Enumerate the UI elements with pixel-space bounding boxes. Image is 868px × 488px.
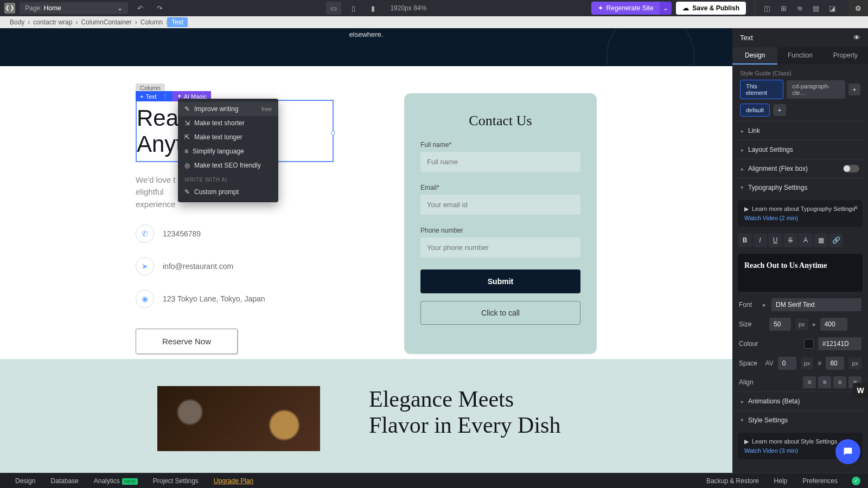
- visibility-icon[interactable]: 👁: [853, 34, 860, 42]
- acc-layout[interactable]: ▸Layout Settings: [735, 140, 866, 159]
- contact-address: ◉ 123 Tokyo Lane, Tokyo, Japan: [136, 290, 334, 308]
- highlight-button[interactable]: ▦: [814, 233, 828, 247]
- subtext-l2: experience: [136, 200, 175, 209]
- reserve-button[interactable]: Reserve Now: [136, 329, 238, 354]
- fullname-input[interactable]: [420, 152, 580, 172]
- crumb-container[interactable]: ColumnContainer: [76, 18, 136, 26]
- space-row: Space AV px ≡ px: [732, 354, 868, 373]
- chip-default[interactable]: default: [740, 104, 770, 117]
- ai-seo[interactable]: ◎Make text SEO friendly: [178, 158, 278, 172]
- bb-analytics-label: Analytics: [94, 477, 120, 485]
- bb-analytics[interactable]: AnalyticsNEW: [86, 477, 145, 485]
- inspector-panel: Text 👁 Design Function Property Style Gu…: [732, 28, 868, 473]
- widget-toggle[interactable]: W: [853, 383, 868, 398]
- page-selector[interactable]: Page: Home ⌄: [20, 2, 128, 14]
- app-logo[interactable]: [4, 3, 15, 14]
- click-to-call-button[interactable]: Click to call: [420, 301, 580, 325]
- submit-button[interactable]: Submit: [420, 269, 580, 293]
- bb-database[interactable]: Database: [43, 477, 86, 485]
- undo-button[interactable]: ↶: [132, 2, 148, 15]
- regenerate-label: Regenerate Site: [607, 4, 654, 12]
- crumb-column[interactable]: Column: [136, 18, 167, 26]
- colour-row: Colour: [732, 334, 868, 354]
- ai-make-shorter[interactable]: ⇲Make text shorter: [178, 116, 278, 130]
- state-chips: default +: [732, 104, 868, 121]
- strike-button[interactable]: S: [783, 233, 797, 247]
- align-right[interactable]: ≡: [833, 376, 846, 388]
- chip-this-element[interactable]: This element: [740, 80, 783, 99]
- acc-style-settings[interactable]: ▸Style Settings: [735, 410, 866, 429]
- size-unit[interactable]: px: [795, 318, 808, 330]
- phone-input[interactable]: [420, 237, 580, 258]
- text-color-button[interactable]: A: [799, 233, 813, 247]
- resize-handle[interactable]: [331, 131, 335, 135]
- bb-design[interactable]: Design: [8, 477, 43, 485]
- tab-design[interactable]: Design: [732, 47, 777, 65]
- canvas[interactable]: elsewhere. Column +Text⋮ ✦AI Magic ✎Impr…: [0, 28, 732, 473]
- tablet-view-button[interactable]: ▯: [346, 2, 361, 15]
- panel-title-row: Text 👁: [732, 28, 868, 47]
- bookmark-icon[interactable]: ◪: [825, 2, 840, 15]
- align-left[interactable]: ≡: [803, 376, 816, 388]
- ai-simplify-label: Simplify language: [193, 147, 244, 155]
- crumb-text[interactable]: Text: [167, 17, 188, 27]
- crumb-wrap[interactable]: contactr wrap: [29, 18, 76, 26]
- regenerate-site-button[interactable]: ✦ Regenerate Site ⌄: [591, 2, 672, 15]
- email-input[interactable]: [420, 195, 580, 215]
- bb-prefs[interactable]: Preferences: [795, 477, 845, 485]
- ai-make-longer[interactable]: ⇱Make text longer: [178, 130, 278, 144]
- line-height-input[interactable]: [826, 357, 844, 370]
- bb-backup[interactable]: Backup & Restore: [699, 477, 767, 485]
- image-icon[interactable]: ▧: [808, 2, 824, 15]
- chip-add[interactable]: +: [848, 84, 860, 95]
- chip-add-state[interactable]: +: [773, 104, 786, 116]
- bb-help[interactable]: Help: [767, 477, 795, 485]
- underline-button[interactable]: U: [768, 233, 782, 247]
- ai-simplify[interactable]: ≡Simplify language: [178, 144, 278, 158]
- status-ok-icon: ✓: [852, 477, 860, 485]
- alignment-toggle[interactable]: [843, 165, 859, 172]
- colour-swatch[interactable]: [804, 339, 814, 349]
- settings-button[interactable]: ⚙: [848, 0, 868, 16]
- bold-button[interactable]: B: [738, 233, 752, 247]
- desktop-view-button[interactable]: ▭: [326, 2, 341, 15]
- font-input[interactable]: [771, 298, 861, 311]
- close-tip[interactable]: ✕: [853, 204, 858, 211]
- align-center[interactable]: ≡: [818, 376, 831, 388]
- italic-button[interactable]: I: [753, 233, 767, 247]
- chat-bubble[interactable]: [835, 439, 860, 464]
- mobile-view-button[interactable]: ▮: [365, 2, 380, 15]
- ai-improve-label: Improve writing: [194, 105, 238, 113]
- bb-project-settings[interactable]: Project Settings: [145, 477, 206, 485]
- bb-upgrade[interactable]: Upgrade Plan: [206, 477, 261, 485]
- weight-input[interactable]: [820, 318, 847, 331]
- tab-function[interactable]: Function: [777, 47, 822, 65]
- sparkle-icon: ✦: [598, 4, 603, 12]
- tab-property[interactable]: Property: [823, 47, 868, 65]
- acc-alignment[interactable]: ▸Alignment (Flex box): [735, 159, 866, 178]
- add-section-icon[interactable]: ⊞: [776, 2, 791, 15]
- acc-animations[interactable]: ▸Animations (Beta): [735, 391, 866, 410]
- size-input[interactable]: [769, 318, 791, 331]
- acc-typography[interactable]: ▸Typography Settings: [735, 178, 866, 197]
- chip-class2[interactable]: cd-paragraph-cle…: [787, 80, 845, 99]
- ai-custom-prompt[interactable]: ✎Custom prompt: [178, 185, 278, 199]
- ai-improve-writing[interactable]: ✎Improve writingfree: [178, 102, 278, 116]
- text-tag[interactable]: +Text⋮: [136, 91, 173, 101]
- layers-icon[interactable]: ≋: [792, 2, 807, 15]
- tip-link[interactable]: Watch Video (2 min): [744, 215, 856, 221]
- regenerate-caret[interactable]: ⌄: [660, 2, 672, 15]
- ai-longer-label: Make text longer: [194, 133, 242, 141]
- acc-link[interactable]: ▸Link: [735, 121, 866, 140]
- redo-button[interactable]: ↷: [152, 2, 167, 15]
- line-unit[interactable]: px: [848, 357, 861, 369]
- letter-spacing-input[interactable]: [778, 357, 796, 370]
- panels-icon[interactable]: ◫: [760, 2, 775, 15]
- crumb-body[interactable]: Body: [5, 18, 29, 26]
- acc-typography-label: Typography Settings: [748, 184, 807, 191]
- colour-input[interactable]: [818, 337, 861, 350]
- letter-unit[interactable]: px: [801, 357, 814, 369]
- more-icon[interactable]: ⋮: [162, 93, 168, 100]
- link-button[interactable]: 🔗: [829, 233, 843, 247]
- save-publish-button[interactable]: ☁ Save & Publish: [676, 2, 746, 15]
